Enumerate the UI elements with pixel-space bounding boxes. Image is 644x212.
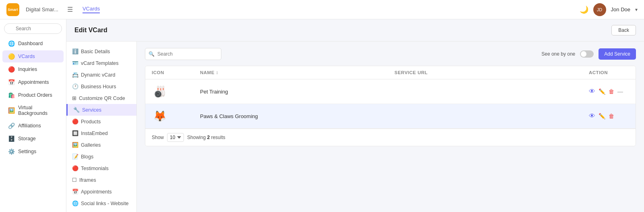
- row2-icon: 🦊: [152, 108, 168, 124]
- col-icon: ICON: [152, 70, 200, 75]
- storage-icon: 🗄️: [8, 135, 15, 142]
- row1-icon: 🎳: [152, 83, 168, 100]
- service-search-icon: 🔍: [149, 51, 155, 57]
- sidebar-item-settings[interactable]: ⚙️ Settings: [2, 145, 64, 158]
- sidebar-item-storage[interactable]: 🗄️ Storage: [2, 133, 64, 145]
- table-row: 🦊 Paws & Claws Grooming 👁 ✏️ 🗑: [145, 104, 636, 129]
- sub-item-services[interactable]: 🔧 Services: [66, 104, 136, 116]
- sidebar-item-label: Product Orders: [18, 92, 52, 98]
- user-avatar: JD: [593, 3, 606, 16]
- row2-edit-icon[interactable]: ✏️: [599, 113, 605, 119]
- vcard-templates-icon: 🪪: [72, 60, 78, 66]
- app-logo: Smar!: [6, 3, 19, 16]
- nav-tab-vcards[interactable]: VCards: [83, 6, 100, 13]
- product-orders-icon: 🛍️: [8, 92, 15, 98]
- sidebar-item-product-orders[interactable]: 🛍️ Product Orders: [2, 89, 64, 101]
- sub-item-label: Blogs: [81, 154, 93, 160]
- row1-dash: —: [617, 88, 623, 95]
- sub-item-label: Galleries: [81, 142, 101, 148]
- sub-item-instaembed[interactable]: 🔲 InstaEmbed: [66, 127, 136, 139]
- testimonials-icon: 🔴: [72, 165, 78, 171]
- service-search-input[interactable]: [145, 48, 221, 60]
- service-area: 🔍 See one by one Add Service ICON NAME ↕: [137, 42, 644, 212]
- hamburger-icon[interactable]: ☰: [67, 6, 73, 13]
- blogs-icon: 📝: [72, 154, 78, 160]
- sidebar-item-label: Inquiries: [18, 67, 37, 72]
- appointments-icon: 📅: [8, 79, 15, 85]
- sidebar-item-appointments[interactable]: 📅 Appointments: [2, 76, 64, 88]
- sidebar-item-label: Virtual Backgrounds: [18, 105, 58, 116]
- row1-edit-icon[interactable]: ✏️: [599, 88, 605, 95]
- vcards-icon: 🟡: [8, 53, 15, 60]
- sub-item-dynamic-vcard[interactable]: 📇 Dynamic vCard: [66, 69, 136, 81]
- social-links-icon: 🌐: [72, 200, 78, 206]
- sidebar-search-input[interactable]: [4, 23, 62, 34]
- inner-layout: ℹ️ Basic Details 🪪 vCard Templates 📇 Dyn…: [66, 42, 644, 212]
- sidebar-item-vcards[interactable]: 🟡 VCards: [2, 50, 64, 62]
- affiliations-icon: 🔗: [8, 123, 15, 129]
- user-menu-chevron[interactable]: ▾: [635, 7, 638, 12]
- sidebar-item-label: Affiliations: [18, 123, 41, 129]
- row2-icon-cell: 🦊: [152, 108, 200, 124]
- add-service-button[interactable]: Add Service: [599, 48, 636, 60]
- galleries-icon: 🖼️: [72, 142, 78, 148]
- sub-sidebar: ℹ️ Basic Details 🪪 vCard Templates 📇 Dyn…: [66, 42, 137, 212]
- sidebar-item-virtual-backgrounds[interactable]: 🖼️ Virtual Backgrounds: [2, 102, 64, 119]
- row1-actions: 👁 ✏️ 🗑 —: [589, 88, 629, 95]
- sidebar-item-affiliations[interactable]: 🔗 Affiliations: [2, 120, 64, 132]
- sub-item-label: Products: [81, 119, 101, 125]
- showing-text: Showing 2 results: [187, 135, 225, 140]
- back-button[interactable]: Back: [611, 25, 636, 35]
- user-name: Jon Doe: [611, 6, 630, 12]
- main-content: Edit VCard Back ℹ️ Basic Details 🪪 vCard…: [66, 19, 644, 212]
- sub-item-appointments-sub[interactable]: 📅 Appointments: [66, 186, 136, 197]
- sidebar-item-label: Settings: [18, 149, 36, 154]
- row1-delete-icon[interactable]: 🗑: [609, 88, 614, 95]
- toolbar-right: See one by one Add Service: [541, 48, 636, 60]
- row1-name: Pet Training: [200, 89, 394, 95]
- sub-item-social-links[interactable]: 🌐 Social links - Website: [66, 197, 136, 209]
- row2-name: Paws & Claws Grooming: [200, 113, 394, 119]
- sub-item-label: Basic Details: [81, 49, 110, 54]
- sub-item-customize-qr[interactable]: ⊞ Customize QR Code: [66, 92, 136, 104]
- sidebar-item-inquiries[interactable]: 🔴 Inquiries: [2, 63, 64, 75]
- sub-item-products[interactable]: 🔴 Products: [66, 116, 136, 127]
- topnav: Smar! Digital Smar... ☰ VCards 🌙 JD Jon …: [0, 0, 644, 19]
- col-name: NAME ↕: [200, 70, 394, 75]
- sidebar-item-dashboard[interactable]: 🌐 Dashboard: [2, 37, 64, 50]
- col-action: ACTION: [589, 70, 629, 75]
- table-header: ICON NAME ↕ SERVICE URL ACTION: [145, 66, 636, 79]
- table-footer: Show 10 25 50 Showing 2 results: [145, 129, 636, 146]
- appointments-sub-icon: 📅: [72, 189, 78, 195]
- sidebar-item-label: Dashboard: [18, 41, 43, 46]
- sub-item-vcard-templates[interactable]: 🪪 vCard Templates: [66, 57, 136, 69]
- sub-item-business-hours[interactable]: 🕐 Business Hours: [66, 81, 136, 92]
- row2-view-icon[interactable]: 👁: [589, 112, 595, 120]
- business-hours-icon: 🕐: [72, 83, 78, 89]
- sidebar-item-label: Storage: [18, 136, 36, 141]
- topnav-right: 🌙 JD Jon Doe ▾: [580, 3, 638, 16]
- inquiries-icon: 🔴: [8, 66, 15, 73]
- row2-delete-icon[interactable]: 🗑: [609, 113, 614, 119]
- row1-view-icon[interactable]: 👁: [589, 88, 595, 95]
- dark-mode-icon[interactable]: 🌙: [580, 5, 588, 14]
- sub-item-blogs[interactable]: 📝 Blogs: [66, 151, 136, 162]
- sidebar-item-label: Appointments: [18, 79, 49, 85]
- services-icon: 🔧: [73, 107, 80, 113]
- sub-item-iframes[interactable]: ☐ Iframes: [66, 174, 136, 186]
- row1-icon-cell: 🎳: [152, 83, 200, 100]
- service-toolbar: 🔍 See one by one Add Service: [145, 48, 636, 60]
- products-icon: 🔴: [72, 118, 78, 125]
- sub-item-galleries[interactable]: 🖼️ Galleries: [66, 139, 136, 151]
- dynamic-vcard-icon: 📇: [72, 72, 78, 78]
- see-one-toggle[interactable]: [580, 50, 594, 58]
- results-count: 2: [207, 135, 210, 140]
- show-select[interactable]: 10 25 50: [167, 133, 184, 142]
- sub-item-testimonials[interactable]: 🔴 Testimonials: [66, 162, 136, 174]
- sub-item-label: Business Hours: [81, 84, 116, 89]
- sub-item-basic-details[interactable]: ℹ️ Basic Details: [66, 46, 136, 57]
- sub-item-label: Iframes: [79, 177, 96, 183]
- col-service-url: SERVICE URL: [394, 70, 589, 75]
- sub-item-label: vCard Templates: [81, 60, 119, 66]
- show-label: Show: [152, 135, 164, 140]
